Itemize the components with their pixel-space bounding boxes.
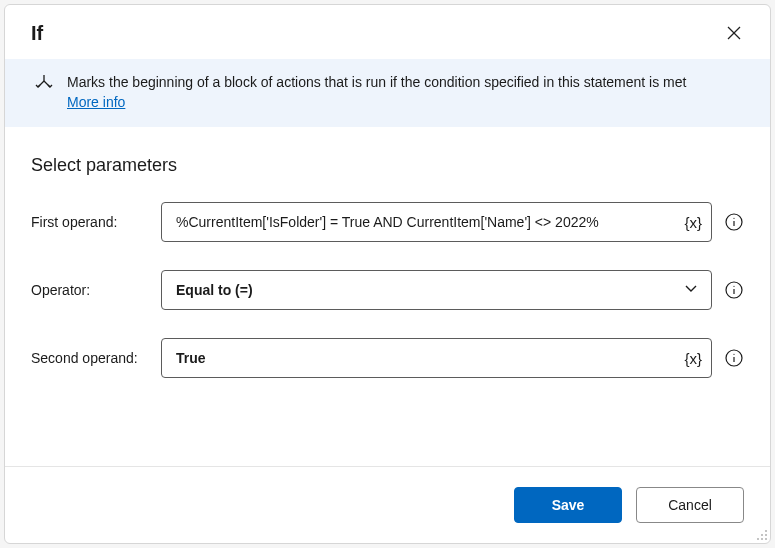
second-operand-row: Second operand: {x} xyxy=(31,338,744,378)
info-icon xyxy=(725,213,743,231)
close-icon xyxy=(727,26,741,40)
info-text-wrap: Marks the beginning of a block of action… xyxy=(67,73,686,111)
svg-point-12 xyxy=(765,530,767,532)
svg-point-17 xyxy=(765,538,767,540)
first-operand-field-wrap: {x} xyxy=(161,202,712,242)
svg-point-15 xyxy=(757,538,759,540)
svg-point-10 xyxy=(733,353,734,354)
info-bar: Marks the beginning of a block of action… xyxy=(5,59,770,127)
svg-point-14 xyxy=(765,534,767,536)
save-button[interactable]: Save xyxy=(514,487,622,523)
info-icon xyxy=(725,281,743,299)
second-operand-field-wrap: {x} xyxy=(161,338,712,378)
dialog-content: Select parameters First operand: {x} Ope… xyxy=(5,127,770,466)
variable-picker-icon[interactable]: {x} xyxy=(684,349,702,366)
svg-point-7 xyxy=(733,285,734,286)
variable-picker-icon[interactable]: {x} xyxy=(684,213,702,230)
dialog-footer: Save Cancel xyxy=(5,466,770,543)
operator-field-wrap: Equal to (=) xyxy=(161,270,712,310)
close-button[interactable] xyxy=(720,19,748,47)
second-operand-label: Second operand: xyxy=(31,350,161,366)
second-operand-input[interactable] xyxy=(161,338,712,378)
more-info-link[interactable]: More info xyxy=(67,94,125,110)
svg-point-4 xyxy=(733,217,734,218)
first-operand-help[interactable] xyxy=(724,212,744,232)
info-description: Marks the beginning of a block of action… xyxy=(67,74,686,90)
operator-row: Operator: Equal to (=) xyxy=(31,270,744,310)
svg-point-16 xyxy=(761,538,763,540)
operator-help[interactable] xyxy=(724,280,744,300)
first-operand-row: First operand: {x} xyxy=(31,202,744,242)
resize-handle[interactable] xyxy=(755,528,769,542)
branch-icon xyxy=(35,73,53,98)
operator-label: Operator: xyxy=(31,282,161,298)
svg-point-13 xyxy=(761,534,763,536)
second-operand-help[interactable] xyxy=(724,348,744,368)
cancel-button[interactable]: Cancel xyxy=(636,487,744,523)
dialog-title: If xyxy=(31,22,43,45)
info-icon xyxy=(725,349,743,367)
first-operand-label: First operand: xyxy=(31,214,161,230)
first-operand-input[interactable] xyxy=(161,202,712,242)
dialog-header: If xyxy=(5,5,770,59)
operator-select[interactable]: Equal to (=) xyxy=(161,270,712,310)
section-title: Select parameters xyxy=(31,155,744,176)
if-action-dialog: If Marks the beginning of a block of act… xyxy=(4,4,771,544)
